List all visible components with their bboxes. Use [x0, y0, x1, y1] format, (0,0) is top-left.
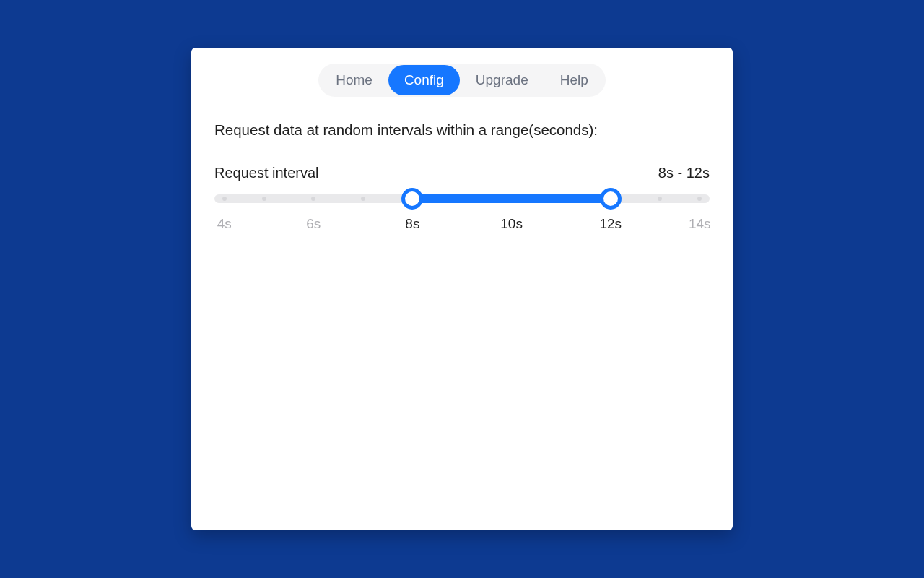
- tab-upgrade[interactable]: Upgrade: [460, 65, 544, 95]
- slider-mark: 12s: [599, 216, 622, 232]
- slider-step-dot: [361, 197, 365, 201]
- slider-handle-low[interactable]: [401, 188, 423, 210]
- slider-step-dot: [262, 197, 266, 201]
- slider-step-dot: [222, 197, 227, 201]
- interval-summary: 8s - 12s: [658, 165, 710, 181]
- slider-mark: 4s: [217, 216, 232, 232]
- interval-slider[interactable]: 4s 6s 8s 10s 12s 14s: [214, 194, 710, 232]
- slider-marks: 4s 6s 8s 10s 12s 14s: [214, 216, 710, 232]
- slider-step-dot: [311, 197, 315, 201]
- slider-mark: 8s: [405, 216, 419, 232]
- tab-home[interactable]: Home: [320, 65, 388, 95]
- section-heading: Request data at random intervals within …: [214, 121, 710, 139]
- slider-handle-high[interactable]: [600, 188, 622, 210]
- slider-step-dot: [658, 197, 662, 201]
- slider-mark: 6s: [306, 216, 321, 232]
- tab-bar: Home Config Upgrade Help: [214, 64, 710, 97]
- interval-label: Request interval: [214, 165, 319, 181]
- slider-rail: [214, 194, 710, 203]
- slider-step-dot: [697, 197, 702, 201]
- tab-config[interactable]: Config: [388, 65, 460, 95]
- slider-track: [412, 194, 610, 203]
- slider-mark: 14s: [689, 216, 711, 232]
- interval-row: Request interval 8s - 12s: [214, 165, 710, 181]
- tab-group: Home Config Upgrade Help: [318, 64, 606, 97]
- slider-mark: 10s: [500, 216, 523, 232]
- config-card: Home Config Upgrade Help Request data at…: [191, 48, 733, 530]
- tab-help[interactable]: Help: [544, 65, 604, 95]
